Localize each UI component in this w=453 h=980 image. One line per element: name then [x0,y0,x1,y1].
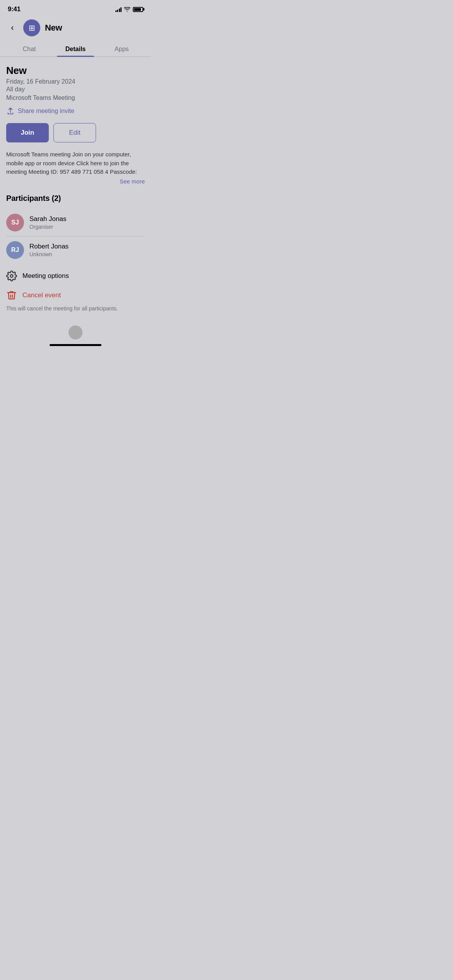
scroll-indicator [69,326,82,339]
participant-row: RJ Robert Jonas Unknown [6,236,145,264]
wifi-icon [124,7,130,12]
tab-details[interactable]: Details [52,41,98,57]
status-icons [115,7,144,12]
header-title: New [45,23,62,33]
meeting-date: Friday, 16 February 2024 [6,78,145,85]
participant-avatar-rj: RJ [6,241,24,259]
share-icon [6,107,15,115]
see-more-button[interactable]: See more [6,178,145,185]
share-invite-button[interactable]: Share meeting invite [6,107,145,115]
content-area: New Friday, 16 February 2024 All day Mic… [0,57,151,349]
status-time: 9:41 [8,5,21,13]
action-buttons: Join Edit [6,123,145,142]
participant-info-sj: Sarah Jonas Organiser [29,215,66,230]
participant-info-rj: Robert Jonas Unknown [29,243,69,257]
back-chevron-icon: ‹ [11,24,14,32]
meeting-type: Microsoft Teams Meeting [6,94,145,101]
participant-role-sj: Organiser [29,224,66,230]
meeting-options-label: Meeting options [22,272,69,280]
participants-header: Participants (2) [6,194,145,203]
participant-role-rj: Unknown [29,251,69,257]
svg-point-0 [10,274,13,277]
calendar-icon: ⊞ [29,23,35,33]
home-indicator-area [6,319,145,349]
cancel-event-button[interactable]: Cancel event [6,288,145,304]
tab-chat[interactable]: Chat [6,41,52,57]
trash-icon [6,290,17,301]
gear-icon [6,271,17,281]
meeting-title: New [6,65,145,77]
participant-avatar-sj: SJ [6,214,24,231]
participant-name-sj: Sarah Jonas [29,215,66,223]
cancel-event-label: Cancel event [22,291,61,299]
meeting-avatar: ⊞ [23,19,40,36]
tab-bar: Chat Details Apps [0,41,151,57]
battery-icon [133,7,143,12]
cancel-event-note: This will cancel the meeting for all par… [6,304,145,319]
participant-row: SJ Sarah Jonas Organiser [6,209,145,236]
home-indicator [50,344,101,346]
participant-name-rj: Robert Jonas [29,243,69,250]
edit-button[interactable]: Edit [53,123,96,142]
meeting-allday: All day [6,86,145,93]
page-header: ‹ ⊞ New [0,16,151,41]
back-button[interactable]: ‹ [6,22,19,34]
meeting-options-button[interactable]: Meeting options [6,264,145,288]
status-bar: 9:41 [0,0,151,16]
share-invite-label: Share meeting invite [18,108,74,115]
join-button[interactable]: Join [6,123,49,142]
tab-apps[interactable]: Apps [99,41,145,57]
signal-icon [115,7,122,12]
meeting-description: Microsoft Teams meeting Join on your com… [6,150,145,176]
